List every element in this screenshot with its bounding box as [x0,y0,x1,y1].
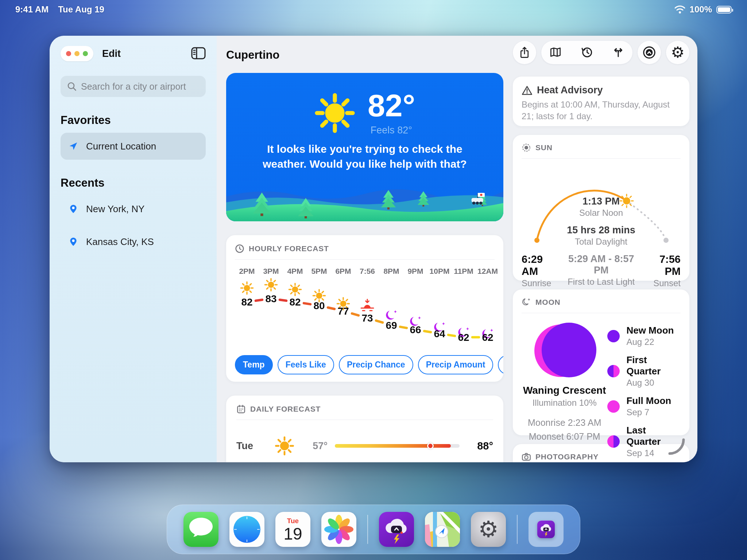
mode-precip-amount-button[interactable]: Precip Amount [418,355,494,374]
search-placeholder: Search for a city or airport [81,81,186,92]
moon-section-title: MOON [535,298,561,307]
sidebar-item-new-york[interactable]: New York, NY [61,195,206,222]
dock-app-safari[interactable] [229,512,264,547]
landscape-illustration [226,178,503,221]
dock-divider [367,515,368,544]
dock-divider [517,515,518,544]
mode-wind-speed-button[interactable]: Wind Speed [498,355,503,374]
dock-recent-app[interactable] [529,512,564,547]
sun-icon [314,93,355,133]
safari-compass-icon [229,512,264,547]
hourly-temp: 82 [235,296,259,308]
low-temp: 57° [302,440,328,452]
share-button[interactable] [513,41,536,64]
hourly-temp: 62 [476,332,500,343]
sidebar-toggle-button[interactable] [191,47,206,61]
recents-heading: Recents [61,176,206,190]
gear-icon: ⚙ [671,45,685,60]
moon-phase-illustration [534,323,596,380]
sidebar-item-kansas-city[interactable]: Kansas City, KS [61,228,206,255]
total-daylight-value: 15 hrs 28 mins [522,225,681,236]
close-window-button[interactable] [66,51,71,56]
fullscreen-window-button[interactable] [83,51,88,56]
history-button[interactable] [581,46,593,59]
temp-range-bar [335,444,460,448]
right-panel: ⚙ Heat Advisory Begins at 10:00 AM, Thur… [513,36,689,462]
moonrise-moonset: Moonrise 2:23 AM Moonset 6:07 PM [522,416,607,443]
gear-icon: ⚙ [478,518,499,541]
sidebar-item-label: Kansas City, KS [86,236,154,248]
daily-forecast-card: DAILY FORECAST Tue 57° 88° Wed [226,396,503,462]
minimize-window-button[interactable] [74,51,80,56]
route-button[interactable] [612,46,624,59]
total-daylight-label: Total Daylight [522,237,681,247]
messages-bubble-icon [183,512,218,547]
camera-icon [522,452,531,462]
window-controls[interactable] [61,46,93,61]
daily-row-tue[interactable]: Tue 57° 88° [236,436,493,456]
solar-noon-label: Solar Noon [522,208,681,218]
high-temp: 88° [467,440,493,452]
edit-button[interactable]: Edit [102,48,121,59]
sidebar-item-label: New York, NY [86,203,144,215]
phase-row-first-quarter: First Quarter Aug 30 [607,354,681,388]
status-bar: 9:41 AM Tue Aug 19 100% [0,3,747,16]
first-last-light-range: 5:29 AM - 8:57 PM [561,253,642,276]
sun-outline-icon [522,143,531,152]
dock-app-calendar[interactable]: Tue 19 [275,512,310,547]
heat-advisory-card[interactable]: Heat Advisory Begins at 10:00 AM, Thursd… [513,77,689,126]
search-input[interactable]: Search for a city or airport [61,76,206,97]
new-moon-icon [607,330,620,342]
sun-card: SUN [513,135,689,281]
toolbar: ⚙ [513,41,689,64]
advisory-title: Heat Advisory [537,85,603,96]
dock-app-photos[interactable] [321,512,356,547]
sunrise-time: 6:29 AM [522,253,561,277]
mode-temp-button[interactable]: Temp [235,355,273,374]
hourly-temp: 62 [452,332,476,343]
mode-precip-chance-button[interactable]: Precip Chance [339,355,413,374]
moon-card: MOON Waning Crescent Illumination 10% Mo… [513,289,689,435]
sun-section-title: SUN [535,143,553,152]
sidebar-item-current-location[interactable]: Current Location [61,133,206,160]
mode-feels-like-button[interactable]: Feels Like [278,355,334,374]
dock-app-messages[interactable] [183,512,218,547]
full-moon-icon [607,400,620,413]
maps-icon [425,512,460,547]
map-button[interactable] [550,47,561,59]
photography-section-title: PHOTOGRAPHY [535,452,599,461]
sun-icon [275,436,294,456]
dock-app-carrot-weather[interactable] [379,512,414,547]
dock-app-settings[interactable]: ⚙ [471,512,506,547]
solar-noon-time: 1:13 PM [522,196,681,207]
moonset-time: Moonset 6:07 PM [529,431,600,442]
compass-button[interactable] [638,41,661,64]
advisory-body: Begins at 10:00 AM, Thursday, August 21;… [522,99,681,122]
sun-icon [264,278,278,292]
toolbar-group [541,41,632,64]
calendar-day-number: 19 [275,525,310,542]
compass-up-icon [642,46,656,59]
carrot-weather-icon [379,512,414,547]
search-icon [67,82,77,91]
status-time: 9:41 AM [15,4,49,15]
hourly-temp: 83 [259,293,283,305]
wifi-icon [674,5,685,14]
sidebar: Edit Search for a city or airp [50,36,217,462]
sidebar-toggle-icon [191,47,206,59]
phase-row-new-moon: New Moon Aug 22 [607,325,681,347]
dock-app-maps[interactable] [425,512,460,547]
current-conditions-card[interactable]: 82° Feels 82° It looks like you're tryin… [226,73,503,221]
sun-path-arc: 1:13 PM Solar Noon 15 hrs 28 mins Total … [522,161,681,251]
warning-icon [522,85,533,96]
weather-app-window: Edit Search for a city or airp [50,36,697,462]
battery-icon [716,6,732,13]
hourly-temp: 66 [403,324,427,336]
window-resize-handle[interactable] [667,438,686,456]
phase-row-full-moon: Full Moon Sep 7 [607,395,681,417]
calendar-icon [236,404,246,414]
sunset-icon [359,298,375,313]
favorites-heading: Favorites [61,114,206,127]
settings-button[interactable]: ⚙ [666,41,689,64]
feels-like-temp: Feels 82° [368,125,415,136]
